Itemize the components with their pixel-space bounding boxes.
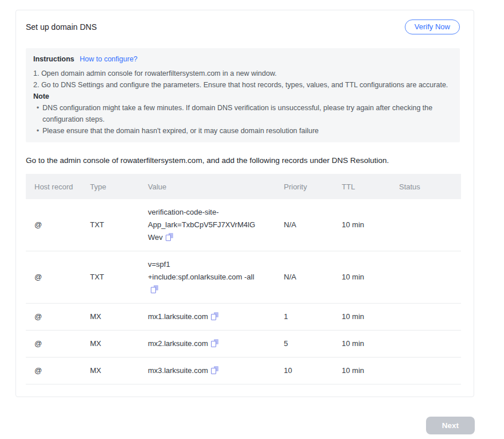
instruction-step-1: 1. Open domain admin console for rowater… xyxy=(33,68,451,79)
instructions-label: Instructions xyxy=(33,55,75,63)
record-value: mx3.larksuite.com xyxy=(148,366,208,375)
copy-icon[interactable] xyxy=(211,366,218,374)
copy-icon[interactable] xyxy=(211,312,218,320)
table-row: @ TXT v=spf1 +include:spf.onlarksuite.co… xyxy=(26,251,461,304)
ttl-cell: 10 min xyxy=(342,331,399,358)
table-row: @ MX mx1.larksuite.com 1 10 min xyxy=(26,304,461,331)
host-cell: @ xyxy=(26,304,90,331)
ttl-cell: 10 min xyxy=(342,251,399,304)
table-header-row: Host record Type Value Priority TTL Stat… xyxy=(26,174,461,199)
priority-cell: 5 xyxy=(284,331,342,358)
record-value: mx1.larksuite.com xyxy=(148,312,208,321)
host-cell: @ xyxy=(26,199,90,251)
instruction-step-2: 2. Go to DNS Settings and configure the … xyxy=(33,79,451,91)
value-cell: verification-code-site-App_lark=TxbCpV5F… xyxy=(148,199,284,251)
table-row: @ TXT verification-code-site-App_lark=Tx… xyxy=(26,199,461,251)
copy-icon[interactable] xyxy=(211,339,218,347)
status-cell xyxy=(399,251,461,304)
col-header-priority: Priority xyxy=(284,174,342,199)
host-cell: @ xyxy=(26,331,90,358)
page: Set up domain DNS Verify Now Instruction… xyxy=(0,0,504,439)
ttl-cell: 10 min xyxy=(342,358,399,384)
table-row: @ MX mx2.larksuite.com 5 10 min xyxy=(26,331,461,358)
table-caption: Go to the admin console of rowaterfilter… xyxy=(26,156,460,165)
value-cell: mx3.larksuite.com xyxy=(148,358,284,384)
col-header-type: Type xyxy=(90,174,148,199)
type-cell: MX xyxy=(90,304,148,331)
status-cell xyxy=(399,304,461,331)
ttl-cell: 10 min xyxy=(342,199,399,251)
value-cell: v=spf1 +include:spf.onlarksuite.com -all xyxy=(148,251,284,304)
status-cell xyxy=(399,331,461,358)
next-button[interactable]: Next xyxy=(426,417,475,434)
dns-records-table: Host record Type Value Priority TTL Stat… xyxy=(26,174,461,384)
type-cell: TXT xyxy=(90,199,148,251)
how-to-configure-link[interactable]: How to configure? xyxy=(80,55,138,63)
col-header-value: Value xyxy=(148,174,284,199)
note-item: • Please ensure that the domain hasn't e… xyxy=(33,125,451,137)
copy-icon[interactable] xyxy=(151,285,158,293)
priority-cell: 10 xyxy=(284,358,342,384)
type-cell: MX xyxy=(90,331,148,358)
record-value: v=spf1 +include:spf.onlarksuite.com -all xyxy=(148,260,254,281)
bullet-icon: • xyxy=(33,125,42,137)
record-value: verification-code-site-App_lark=TxbCpV5F… xyxy=(148,208,255,242)
priority-cell: N/A xyxy=(284,251,342,304)
host-cell: @ xyxy=(26,251,90,304)
type-cell: MX xyxy=(90,358,148,384)
ttl-cell: 10 min xyxy=(342,304,399,331)
priority-cell: 1 xyxy=(284,304,342,331)
verify-now-button[interactable]: Verify Now xyxy=(405,20,460,34)
col-header-status: Status xyxy=(399,174,461,199)
page-title: Set up domain DNS xyxy=(26,22,97,32)
status-cell xyxy=(399,199,461,251)
note-label: Note xyxy=(33,91,451,102)
note-text-1: DNS configuration might take a few minut… xyxy=(42,102,451,125)
table-row: @ MX mx3.larksuite.com 10 10 min xyxy=(26,358,461,384)
note-item: • DNS configuration might take a few min… xyxy=(33,102,451,125)
dns-setup-card: Set up domain DNS Verify Now Instruction… xyxy=(15,10,474,397)
record-value: mx2.larksuite.com xyxy=(148,339,208,348)
card-header: Set up domain DNS Verify Now xyxy=(26,18,460,36)
host-cell: @ xyxy=(26,358,90,384)
bullet-icon: • xyxy=(33,102,42,125)
status-cell xyxy=(399,358,461,384)
priority-cell: N/A xyxy=(284,199,342,251)
col-header-ttl: TTL xyxy=(342,174,399,199)
type-cell: TXT xyxy=(90,251,148,304)
instructions-panel: Instructions How to configure? 1. Open d… xyxy=(26,48,460,142)
col-header-host-record: Host record xyxy=(26,174,90,199)
instructions-head: Instructions How to configure? xyxy=(33,53,451,65)
value-cell: mx2.larksuite.com xyxy=(148,331,284,358)
value-cell: mx1.larksuite.com xyxy=(148,304,284,331)
copy-icon[interactable] xyxy=(166,233,173,241)
note-text-2: Please ensure that the domain hasn't exp… xyxy=(42,125,451,137)
